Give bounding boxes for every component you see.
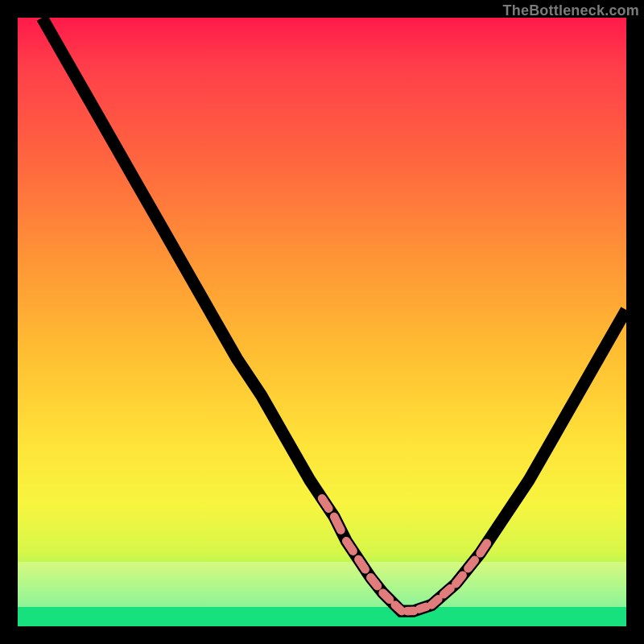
svg-line-8 xyxy=(468,560,474,568)
svg-line-0 xyxy=(322,498,328,508)
svg-line-5 xyxy=(431,599,438,605)
svg-line-9 xyxy=(481,543,487,553)
svg-line-12 xyxy=(395,605,402,612)
threshold-dashes-right xyxy=(431,543,487,605)
plot-area xyxy=(18,18,626,626)
svg-line-1 xyxy=(334,517,341,530)
svg-line-3 xyxy=(358,559,365,569)
svg-line-7 xyxy=(456,576,462,584)
curve-layer xyxy=(18,18,626,626)
chart-frame: TheBottleneck.com xyxy=(0,0,644,644)
svg-line-10 xyxy=(370,578,377,586)
svg-line-14 xyxy=(419,607,426,609)
svg-line-11 xyxy=(383,592,390,599)
threshold-dashes-floor xyxy=(370,578,426,612)
watermark-text: TheBottleneck.com xyxy=(503,2,639,19)
svg-line-2 xyxy=(346,541,353,551)
svg-line-6 xyxy=(444,588,450,594)
